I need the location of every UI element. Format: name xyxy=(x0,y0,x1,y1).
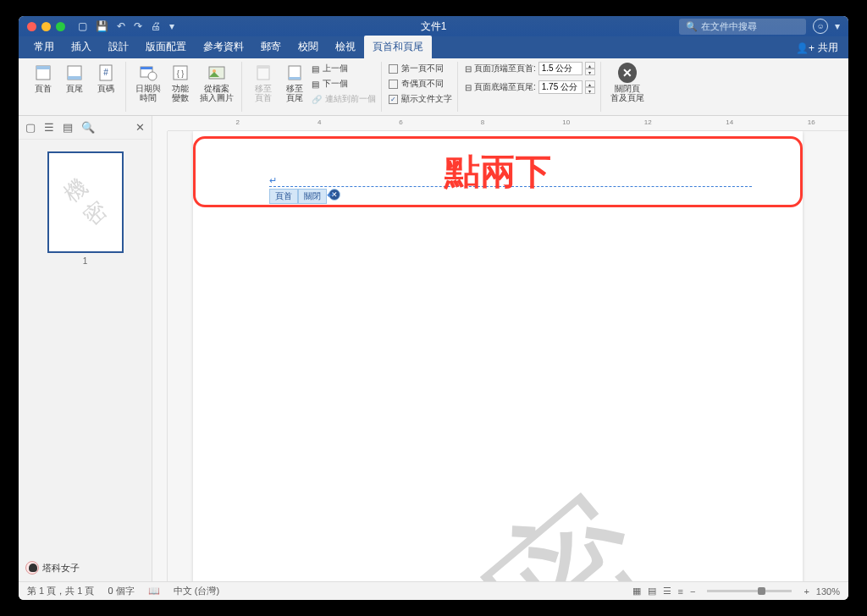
close-header-footer-button[interactable]: ✕ 關閉頁 首及頁尾 xyxy=(608,62,647,104)
page-number-icon: # xyxy=(97,63,115,82)
spellcheck-icon[interactable]: 📖 xyxy=(148,586,160,597)
spin-up-icon[interactable]: ▴ xyxy=(585,62,595,69)
margin-top-icon: ⊟ xyxy=(465,64,472,74)
checkbox-checked-icon: ✓ xyxy=(389,95,398,104)
spin-down-icon[interactable]: ▾ xyxy=(585,69,595,75)
header-edit-area[interactable]: ↵ 頁首 關閉 ✕ ↵ xyxy=(269,148,752,186)
tab-review[interactable]: 校閱 xyxy=(290,36,327,58)
svg-rect-1 xyxy=(36,66,50,69)
zoom-out-icon[interactable]: − xyxy=(690,586,695,597)
next-button[interactable]: ▤下一個 xyxy=(312,77,376,91)
save-icon[interactable]: 💾 xyxy=(96,20,108,32)
share-icon: 👤+ xyxy=(796,42,815,54)
search-input[interactable]: 🔍 在文件中搜尋 xyxy=(679,19,806,35)
tab-header-footer[interactable]: 頁首和頁尾 xyxy=(364,36,432,58)
thumbnail-number: 1 xyxy=(19,256,152,266)
word-count[interactable]: 0 個字 xyxy=(108,585,134,597)
page-number-button[interactable]: # 頁碼 xyxy=(91,62,120,95)
close-window-icon[interactable] xyxy=(27,22,36,31)
zoom-level[interactable]: 130% xyxy=(816,586,840,597)
maximize-window-icon[interactable] xyxy=(56,22,65,31)
function-icon: { } xyxy=(171,63,190,82)
title-dropdown-icon[interactable]: ▾ xyxy=(835,20,840,32)
paragraph-mark-icon: ↵ xyxy=(327,190,334,201)
goto-footer-icon xyxy=(285,63,304,82)
previous-button[interactable]: ▤上一個 xyxy=(312,62,376,75)
language-status[interactable]: 中文 (台灣) xyxy=(174,585,219,597)
show-doc-text-checkbox[interactable]: ✓顯示文件文字 xyxy=(389,92,452,106)
checkbox-icon xyxy=(389,64,398,74)
picture-icon xyxy=(207,63,226,82)
spin-down-icon[interactable]: ▾ xyxy=(585,87,595,94)
zoom-slider[interactable] xyxy=(707,590,792,592)
thumbnail-watermark: 機密 xyxy=(52,168,119,236)
outline-tab-icon[interactable]: ☰ xyxy=(44,121,54,134)
header-margin-input[interactable] xyxy=(538,62,583,75)
goto-footer-button[interactable]: 移至 頁尾 xyxy=(280,62,309,104)
function-vars-button[interactable]: { } 功能 變數 xyxy=(166,62,195,104)
footer-icon xyxy=(65,63,84,82)
tab-view[interactable]: 檢視 xyxy=(327,36,364,58)
document-page[interactable]: 機密 ↵ 頁首 關閉 ✕ ↵ xyxy=(193,131,803,581)
margin-bottom-icon: ⊟ xyxy=(465,83,472,92)
tab-insert[interactable]: 插入 xyxy=(63,36,100,58)
titlebar: ▢ 💾 ↶ ↷ 🖨 ▾ 文件1 🔍 在文件中搜尋 ☺ ▾ xyxy=(19,16,848,36)
brand-logo: 塔科女子 xyxy=(25,561,80,575)
page-thumbnail[interactable]: 機密 xyxy=(47,151,124,253)
document-title: 文件1 xyxy=(421,19,447,34)
feedback-icon[interactable]: ☺ xyxy=(813,19,828,34)
goto-header-button[interactable]: 移至 頁首 xyxy=(249,62,278,104)
down-arrow-icon: ▤ xyxy=(312,80,319,89)
tab-layout[interactable]: 版面配置 xyxy=(137,36,195,58)
qat-dropdown-icon[interactable]: ▾ xyxy=(169,20,174,32)
vertical-ruler[interactable] xyxy=(152,131,168,581)
find-tab-icon[interactable]: 🔍 xyxy=(81,121,95,134)
footer-margin-label: 頁面底端至頁尾: xyxy=(474,81,536,93)
minimize-window-icon[interactable] xyxy=(41,22,51,31)
ribbon: 頁首 頁尾 # 頁碼 日期與 時間 { } 功能 變數 從檔案 插入圖片 xyxy=(19,58,848,116)
header-tab-label[interactable]: 頁首 xyxy=(269,189,298,204)
header-close-label[interactable]: 關閉 xyxy=(298,189,327,204)
svg-rect-7 xyxy=(141,67,152,69)
tab-mailings[interactable]: 郵寄 xyxy=(252,36,290,58)
brand-icon xyxy=(25,561,39,575)
footer-margin-input[interactable] xyxy=(538,80,583,94)
print-layout-icon[interactable]: ▤ xyxy=(648,586,656,597)
page-watermark: 機密 xyxy=(328,454,693,581)
zoom-in-icon[interactable]: + xyxy=(803,586,809,597)
thumbnails-tab-icon[interactable]: ▢ xyxy=(25,121,36,134)
horizontal-ruler[interactable]: 2 4 6 8 10 12 14 16 xyxy=(168,116,848,131)
page-count[interactable]: 第 1 頁，共 1 頁 xyxy=(27,585,94,597)
print-icon[interactable]: 🖨 xyxy=(151,20,161,32)
file-icon[interactable]: ▢ xyxy=(78,20,87,32)
bookmarks-tab-icon[interactable]: ▤ xyxy=(63,121,73,134)
read-mode-icon[interactable]: ▦ xyxy=(632,586,641,597)
share-button[interactable]: 👤+共用 xyxy=(786,37,848,58)
date-time-icon xyxy=(139,63,157,82)
undo-icon[interactable]: ↶ xyxy=(117,20,125,32)
link-icon: 🔗 xyxy=(312,95,322,104)
close-icon: ✕ xyxy=(618,63,637,83)
spin-up-icon[interactable]: ▴ xyxy=(585,80,595,87)
svg-point-8 xyxy=(148,72,157,80)
different-first-checkbox[interactable]: 第一頁不同 xyxy=(389,62,452,75)
insert-picture-button[interactable]: 從檔案 插入圖片 xyxy=(197,62,236,104)
different-odd-even-checkbox[interactable]: 奇偶頁不同 xyxy=(389,77,452,91)
goto-header-icon xyxy=(254,63,273,82)
outline-view-icon[interactable]: ≡ xyxy=(678,586,683,597)
link-previous-button[interactable]: 🔗連結到前一個 xyxy=(312,92,376,106)
search-placeholder: 在文件中搜尋 xyxy=(701,20,757,33)
status-bar: 第 1 頁，共 1 頁 0 個字 📖 中文 (台灣) ▦ ▤ ☰ ≡ − + 1… xyxy=(19,581,848,600)
tab-references[interactable]: 參考資料 xyxy=(195,36,252,58)
svg-text:#: # xyxy=(103,68,108,77)
redo-icon[interactable]: ↷ xyxy=(134,20,142,32)
footer-button[interactable]: 頁尾 xyxy=(60,62,89,95)
web-layout-icon[interactable]: ☰ xyxy=(663,586,671,597)
ribbon-tabs: 常用 插入 設計 版面配置 參考資料 郵寄 校閱 檢視 頁首和頁尾 👤+共用 xyxy=(19,36,848,58)
date-time-button[interactable]: 日期與 時間 xyxy=(133,62,163,104)
header-button[interactable]: 頁首 xyxy=(29,62,58,95)
tab-design[interactable]: 設計 xyxy=(100,36,137,58)
close-pane-icon[interactable]: ✕ xyxy=(135,121,145,134)
tab-home[interactable]: 常用 xyxy=(25,36,63,58)
checkbox-icon xyxy=(389,80,398,89)
